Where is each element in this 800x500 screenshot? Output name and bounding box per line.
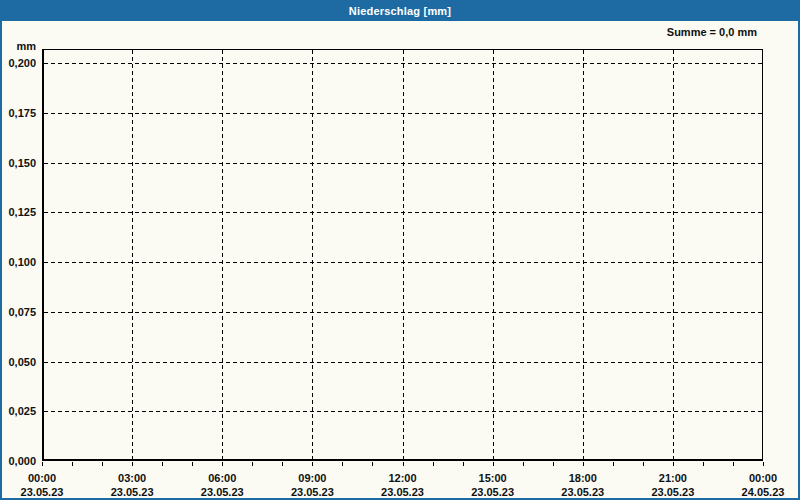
x-axis-hour-tick bbox=[132, 462, 133, 466]
x-tick-date-label: 24.05.23 bbox=[742, 486, 785, 498]
y-tick-label: 0,025 bbox=[2, 405, 36, 417]
x-axis-hour-tick bbox=[553, 462, 554, 466]
x-tick-date-label: 23.05.23 bbox=[291, 486, 334, 498]
x-axis-hour-tick bbox=[372, 462, 373, 466]
x-axis-hour-tick bbox=[102, 462, 103, 466]
x-tick-time-label: 15:00 bbox=[479, 472, 507, 484]
y-tick-label: 0,150 bbox=[2, 157, 36, 169]
x-axis-hour-tick bbox=[733, 462, 734, 466]
x-tick-date-label: 23.05.23 bbox=[111, 486, 154, 498]
x-axis-hour-tick bbox=[493, 462, 494, 466]
x-tick-time-label: 21:00 bbox=[659, 472, 687, 484]
x-axis-hour-tick bbox=[162, 462, 163, 466]
x-axis-hour-tick bbox=[613, 462, 614, 466]
x-tick-date-label: 23.05.23 bbox=[201, 486, 244, 498]
chart-window: Niederschlag [mm] Summe = 0,0 mm mm 0,00… bbox=[0, 0, 800, 500]
x-tick-time-label: 00:00 bbox=[28, 472, 56, 484]
gridline-vertical bbox=[583, 50, 584, 459]
x-axis-hour-tick bbox=[42, 462, 43, 466]
x-axis-hour-tick bbox=[192, 462, 193, 466]
x-axis-hour-tick bbox=[523, 462, 524, 466]
y-tick-label: 0,075 bbox=[2, 306, 36, 318]
x-axis-hour-tick bbox=[763, 462, 764, 466]
y-axis-unit-label: mm bbox=[2, 40, 36, 52]
x-tick-time-label: 12:00 bbox=[388, 472, 416, 484]
sum-label: Summe = 0,0 mm bbox=[667, 26, 757, 38]
x-axis-hour-tick bbox=[463, 462, 464, 466]
x-axis-hour-tick bbox=[433, 462, 434, 466]
x-axis-hour-tick bbox=[673, 462, 674, 466]
y-tick-label: 0,100 bbox=[2, 256, 36, 268]
plot-area bbox=[42, 49, 763, 461]
x-tick-date-label: 23.05.23 bbox=[561, 486, 604, 498]
gridline-vertical bbox=[673, 50, 674, 459]
y-tick-label: 0,200 bbox=[2, 57, 36, 69]
x-tick-date-label: 23.05.23 bbox=[381, 486, 424, 498]
chart-title-bar: Niederschlag [mm] bbox=[2, 2, 798, 21]
gridline-vertical bbox=[312, 50, 313, 459]
x-axis-hour-tick bbox=[282, 462, 283, 466]
x-axis-hour-tick bbox=[403, 462, 404, 466]
x-axis-hour-tick bbox=[583, 462, 584, 466]
x-tick-time-label: 18:00 bbox=[569, 472, 597, 484]
gridline-vertical bbox=[222, 50, 223, 459]
y-tick-label: 0,175 bbox=[2, 107, 36, 119]
x-axis-hour-tick bbox=[312, 462, 313, 466]
x-axis-hour-tick bbox=[643, 462, 644, 466]
chart-title: Niederschlag [mm] bbox=[349, 5, 451, 17]
x-axis-hour-tick bbox=[252, 462, 253, 466]
x-axis-hour-tick bbox=[703, 462, 704, 466]
gridline-vertical bbox=[403, 50, 404, 459]
gridline-vertical bbox=[132, 50, 133, 459]
x-tick-time-label: 06:00 bbox=[208, 472, 236, 484]
x-axis-hour-tick bbox=[222, 462, 223, 466]
x-tick-date-label: 23.05.23 bbox=[21, 486, 64, 498]
x-tick-time-label: 00:00 bbox=[749, 472, 777, 484]
gridline-vertical bbox=[493, 50, 494, 459]
x-tick-date-label: 23.05.23 bbox=[471, 486, 514, 498]
y-tick-label: 0,050 bbox=[2, 356, 36, 368]
x-tick-time-label: 03:00 bbox=[118, 472, 146, 484]
y-tick-label: 0,000 bbox=[2, 455, 36, 467]
x-axis-hour-tick bbox=[72, 462, 73, 466]
x-tick-date-label: 23.05.23 bbox=[651, 486, 694, 498]
y-tick-label: 0,125 bbox=[2, 206, 36, 218]
x-axis-hour-tick bbox=[342, 462, 343, 466]
x-tick-time-label: 09:00 bbox=[298, 472, 326, 484]
